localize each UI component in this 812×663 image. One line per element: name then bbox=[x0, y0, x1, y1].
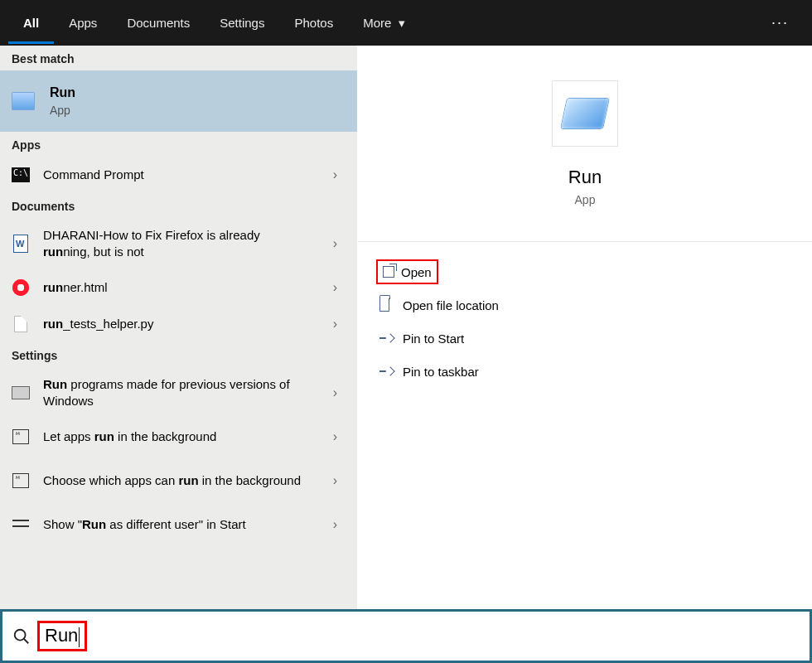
chevron-right-icon: › bbox=[333, 473, 337, 488]
sliders-icon bbox=[12, 515, 30, 534]
chevron-right-icon: › bbox=[333, 236, 337, 251]
action-pin-to-start[interactable]: Pin to Start bbox=[379, 322, 812, 355]
preview-title: Run bbox=[568, 167, 602, 188]
section-apps: Apps bbox=[0, 132, 357, 157]
setting-background-apps[interactable]: Let apps run in the background › bbox=[0, 419, 357, 455]
section-best-match: Best match bbox=[0, 46, 357, 70]
command-prompt-icon: C:\ bbox=[12, 166, 30, 184]
action-pin-to-taskbar[interactable]: Pin to taskbar bbox=[379, 355, 812, 388]
setting-run-as-different-user[interactable]: Show "Run as different user" in Start › bbox=[0, 506, 357, 543]
activity-icon bbox=[12, 472, 30, 490]
setting-choose-background-apps[interactable]: Choose which apps can run in the backgro… bbox=[0, 455, 357, 506]
best-match-run[interactable]: Run App bbox=[0, 70, 357, 132]
list-item-label: Run programs made for previous versions … bbox=[43, 376, 346, 410]
list-item-label: runner.html bbox=[43, 279, 149, 296]
best-match-title: Run bbox=[50, 85, 75, 100]
list-item-label: Command Prompt bbox=[43, 167, 186, 183]
svg-line-1 bbox=[24, 638, 29, 643]
doc-runner-html[interactable]: runner.html › bbox=[0, 269, 357, 306]
tab-more-label: More bbox=[363, 16, 391, 30]
opera-icon bbox=[12, 278, 30, 297]
results-panel: Best match Run App Apps C:\ Command Prom… bbox=[0, 46, 358, 609]
list-item-label: Choose which apps can run in the backgro… bbox=[43, 472, 342, 489]
top-tab-bar: All Apps Documents Settings Photos More … bbox=[0, 0, 812, 46]
action-label: Open bbox=[401, 265, 432, 279]
action-label: Open file location bbox=[403, 298, 499, 312]
setting-compat-programs[interactable]: Run programs made for previous versions … bbox=[0, 367, 357, 419]
chevron-right-icon: › bbox=[333, 167, 337, 182]
file-icon bbox=[12, 315, 30, 333]
tab-all[interactable]: All bbox=[8, 2, 54, 44]
tab-more[interactable]: More ▾ bbox=[348, 2, 419, 45]
run-icon bbox=[561, 99, 609, 128]
text-caret bbox=[79, 627, 80, 647]
app-command-prompt[interactable]: C:\ Command Prompt › bbox=[0, 157, 357, 193]
action-label: Pin to taskbar bbox=[403, 365, 479, 379]
search-icon bbox=[12, 627, 31, 646]
best-match-subtitle: App bbox=[50, 104, 75, 117]
list-item-label: Let apps run in the background bbox=[43, 428, 258, 445]
action-label: Pin to Start bbox=[403, 332, 464, 346]
list-item-label: Show "Run as different user" in Start bbox=[43, 516, 288, 533]
doc-dharani-firefox[interactable]: DHARANI-How to Fix Firefox is already ru… bbox=[0, 218, 357, 269]
chevron-right-icon: › bbox=[333, 280, 337, 295]
chevron-right-icon: › bbox=[333, 317, 337, 332]
tab-photos[interactable]: Photos bbox=[279, 2, 348, 44]
chevron-right-icon: › bbox=[333, 429, 337, 444]
search-bar[interactable]: Run bbox=[0, 609, 812, 663]
svg-point-0 bbox=[15, 629, 26, 640]
pin-icon bbox=[379, 365, 403, 377]
open-icon bbox=[378, 266, 401, 278]
section-documents: Documents bbox=[0, 193, 357, 218]
tab-apps[interactable]: Apps bbox=[54, 2, 112, 44]
folder-location-icon bbox=[379, 298, 403, 312]
search-input[interactable]: Run bbox=[37, 621, 87, 651]
tab-documents[interactable]: Documents bbox=[112, 2, 205, 44]
doc-run-tests-helper[interactable]: run_tests_helper.py › bbox=[0, 306, 357, 342]
preview-icon-frame bbox=[552, 80, 618, 147]
search-input-value: Run bbox=[45, 625, 78, 646]
chevron-down-icon: ▾ bbox=[399, 16, 405, 30]
run-icon bbox=[12, 92, 35, 110]
more-options-button[interactable]: ··· bbox=[771, 14, 789, 31]
chevron-right-icon: › bbox=[333, 517, 337, 532]
action-open[interactable]: Open bbox=[379, 255, 812, 288]
list-item-label: DHARANI-How to Fix Firefox is already ru… bbox=[43, 227, 346, 261]
preview-subtitle: App bbox=[575, 193, 596, 206]
tab-settings[interactable]: Settings bbox=[205, 2, 279, 44]
action-open-file-location[interactable]: Open file location bbox=[379, 288, 812, 322]
preview-panel: Run App Open Open file location Pin to S… bbox=[358, 46, 812, 609]
pin-icon bbox=[379, 332, 403, 344]
section-settings: Settings bbox=[0, 342, 357, 367]
activity-icon bbox=[12, 428, 30, 446]
monitor-icon bbox=[12, 384, 30, 402]
chevron-right-icon: › bbox=[333, 385, 337, 400]
divider bbox=[358, 241, 812, 242]
word-doc-icon bbox=[12, 235, 30, 253]
list-item-label: run_tests_helper.py bbox=[43, 316, 195, 332]
